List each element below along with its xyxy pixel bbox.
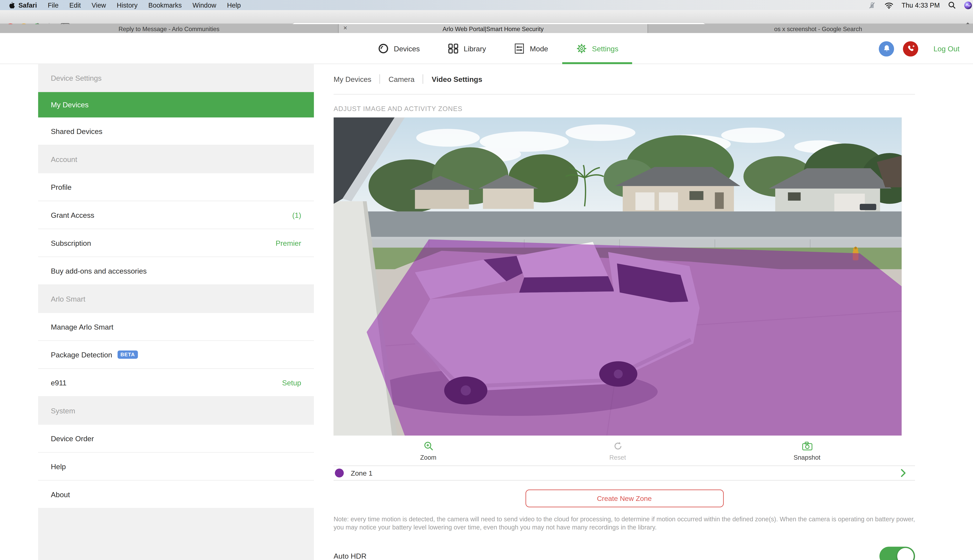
phone-plus-icon bbox=[906, 45, 914, 53]
breadcrumb-separator bbox=[380, 74, 380, 84]
sidebar-item-subscription[interactable]: SubscriptionPremier bbox=[38, 229, 314, 257]
auto-hdr-toggle[interactable] bbox=[879, 547, 915, 560]
sidebar-header-system: System bbox=[38, 397, 314, 425]
tab-bar: Reply to Message - Arlo Communities✕Arlo… bbox=[0, 24, 973, 33]
tab-os-x-screenshot-google-searc[interactable]: os x screenshot - Google Search bbox=[648, 24, 973, 33]
nav-item-devices[interactable]: Devices bbox=[378, 33, 420, 64]
nav-item-mode[interactable]: Mode bbox=[514, 33, 548, 64]
zone-color-dot bbox=[335, 468, 344, 478]
sidebar-item-package-detection[interactable]: Package DetectionBETA bbox=[38, 341, 314, 369]
chevron-right-icon[interactable] bbox=[900, 468, 906, 478]
camera-preview-image[interactable] bbox=[334, 117, 901, 435]
zone-name: Zone 1 bbox=[351, 469, 373, 477]
mode-icon bbox=[514, 43, 525, 54]
screen: SafariFileEditViewHistoryBookmarksWindow… bbox=[0, 0, 973, 560]
sidebar-header-account: Account bbox=[38, 145, 314, 173]
sidebar-item-value: (1) bbox=[292, 211, 301, 219]
sidebar-item-label: Shared Devices bbox=[51, 127, 102, 135]
tool-zoom[interactable]: Zoom bbox=[334, 441, 523, 461]
menu-item-window[interactable]: Window bbox=[192, 2, 216, 9]
menu-clock[interactable]: Thu 4:33 PM bbox=[901, 2, 940, 9]
spotlight-search-icon[interactable] bbox=[948, 2, 956, 9]
tab-title: os x screenshot - Google Search bbox=[774, 25, 862, 32]
sidebar-item-manage-arlo-smart[interactable]: Manage Arlo Smart bbox=[38, 313, 314, 341]
activity-zone-overlay[interactable] bbox=[367, 239, 901, 435]
sidebar-item-about[interactable]: About bbox=[38, 481, 314, 509]
wifi-icon[interactable] bbox=[884, 2, 893, 8]
library-icon bbox=[448, 43, 459, 54]
menu-status-area: Thu 4:33 PM bbox=[868, 1, 973, 9]
tool-snapshot[interactable]: Snapshot bbox=[712, 441, 901, 461]
nav-item-settings[interactable]: Settings bbox=[576, 33, 618, 64]
tab-arlo-web-portal-smart-home-s[interactable]: ✕Arlo Web Portal|Smart Home Security bbox=[339, 24, 648, 33]
zone-row[interactable]: Zone 1 bbox=[334, 466, 915, 480]
apple-menu-icon[interactable] bbox=[8, 1, 15, 9]
nav-item-library[interactable]: Library bbox=[448, 33, 486, 64]
sidebar-item-shared-devices[interactable]: Shared Devices bbox=[38, 117, 314, 145]
tool-reset: Reset bbox=[523, 441, 712, 461]
tab-title: Reply to Message - Arlo Communities bbox=[119, 25, 219, 32]
zoom-icon bbox=[423, 441, 434, 452]
settings-icon bbox=[576, 43, 587, 54]
sidebar-item-label: e911 bbox=[51, 379, 67, 387]
reset-icon bbox=[612, 441, 623, 452]
tool-label: Zoom bbox=[420, 454, 436, 461]
input-muted-icon[interactable] bbox=[868, 1, 876, 9]
beta-badge: BETA bbox=[117, 350, 138, 358]
notifications-button[interactable] bbox=[879, 41, 894, 56]
sidebar-item-label: Manage Arlo Smart bbox=[51, 323, 113, 330]
sidebar-filler bbox=[38, 509, 314, 560]
sidebar-item-value: Setup bbox=[282, 379, 301, 387]
menu-item-history[interactable]: History bbox=[117, 2, 137, 9]
sidebar-item-label: My Devices bbox=[51, 101, 89, 108]
create-new-zone-button[interactable]: Create New Zone bbox=[525, 490, 724, 507]
sidebar-item-label: Buy add-ons and accessories bbox=[51, 267, 147, 275]
sidebar-item-help[interactable]: Help bbox=[38, 453, 314, 481]
section-title: ADJUST IMAGE AND ACTIVITY ZONES bbox=[334, 105, 915, 113]
battery-note: Note: every time motion is detected, the… bbox=[334, 515, 915, 532]
toggle-knob bbox=[897, 548, 914, 560]
auto-hdr-row: Auto HDR bbox=[334, 547, 915, 560]
menu-item-help[interactable]: Help bbox=[227, 2, 241, 9]
breadcrumb-item-my-devices[interactable]: My Devices bbox=[334, 75, 371, 83]
menu-item-file[interactable]: File bbox=[48, 2, 59, 9]
sidebar-item-label: Grant Access bbox=[51, 211, 94, 219]
tool-label: Snapshot bbox=[794, 454, 821, 461]
tab-title: Arlo Web Portal|Smart Home Security bbox=[443, 25, 543, 32]
sidebar-item-label: Package Detection bbox=[51, 351, 112, 358]
sidebar-item-label: About bbox=[51, 490, 70, 498]
image-tools: ZoomResetSnapshot bbox=[334, 435, 901, 465]
main-nav: DevicesLibraryModeSettings bbox=[378, 33, 619, 64]
menu-item-view[interactable]: View bbox=[92, 2, 106, 9]
menu-item-safari[interactable]: Safari bbox=[18, 2, 37, 9]
snapshot-icon bbox=[802, 441, 813, 452]
tab-close-icon[interactable]: ✕ bbox=[343, 24, 347, 33]
sidebar-item-profile[interactable]: Profile bbox=[38, 173, 314, 201]
nav-label: Devices bbox=[394, 45, 420, 52]
sidebar-item-my-devices[interactable]: My Devices bbox=[38, 92, 314, 117]
settings-sidebar: Device SettingsMy DevicesShared DevicesA… bbox=[38, 64, 314, 560]
divider bbox=[334, 480, 915, 481]
bell-icon bbox=[882, 45, 891, 53]
siri-icon[interactable] bbox=[964, 1, 972, 9]
sidebar-item-grant-access[interactable]: Grant Access(1) bbox=[38, 201, 314, 229]
menu-item-bookmarks[interactable]: Bookmarks bbox=[148, 2, 182, 9]
arlo-header: arlo DevicesLibraryModeSettings Log Out bbox=[0, 33, 973, 64]
sidebar-item-buy-add-ons-and-accessories[interactable]: Buy add-ons and accessories bbox=[38, 257, 314, 285]
nav-label: Library bbox=[464, 45, 486, 52]
sidebar-item-device-order[interactable]: Device Order bbox=[38, 425, 314, 453]
sidebar-header-device-settings: Device Settings bbox=[38, 64, 314, 92]
breadcrumb-item-camera[interactable]: Camera bbox=[389, 75, 415, 83]
menu-item-edit[interactable]: Edit bbox=[69, 2, 81, 9]
breadcrumb: My DevicesCameraVideo Settings bbox=[334, 64, 915, 95]
emergency-call-button[interactable] bbox=[903, 41, 918, 56]
menu-items: SafariFileEditViewHistoryBookmarksWindow… bbox=[18, 2, 241, 9]
breadcrumb-item-video-settings[interactable]: Video Settings bbox=[431, 75, 482, 83]
devices-icon bbox=[378, 43, 389, 54]
logout-link[interactable]: Log Out bbox=[933, 45, 960, 52]
sidebar-item-value: Premier bbox=[276, 239, 301, 247]
macos-menu-bar: SafariFileEditViewHistoryBookmarksWindow… bbox=[0, 0, 973, 10]
browser-toolbar: arlo.netgear.com bbox=[0, 10, 973, 24]
sidebar-item-e911[interactable]: e911Setup bbox=[38, 369, 314, 397]
tab-reply-to-message-arlo-commun[interactable]: Reply to Message - Arlo Communities bbox=[0, 24, 339, 33]
